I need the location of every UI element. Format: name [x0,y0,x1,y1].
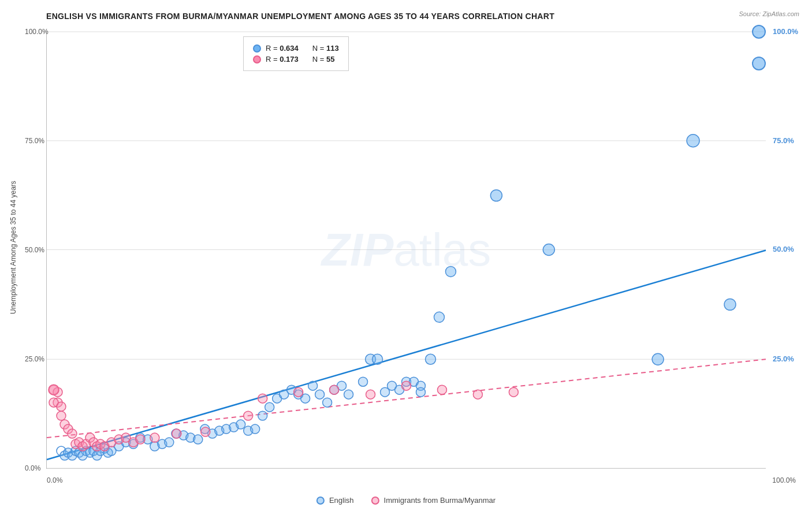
svg-point-103 [402,381,411,390]
svg-point-77 [57,411,66,420]
svg-point-70 [652,353,664,365]
svg-point-54 [344,390,353,399]
bottom-english-label: English [329,496,354,505]
bottom-legend-immigrants: Immigrants from Burma/Myanmar [371,496,496,505]
svg-point-68 [490,190,502,201]
svg-point-50 [315,390,325,399]
chart-svg: 100.0% 75.0% 50.0% 25.0% [47,32,766,468]
svg-point-101 [330,385,339,394]
y-label-0: 0.0% [25,464,40,472]
source-text: Source: ZipAtlas.com [739,10,799,17]
y-axis-label: Unemployment Among Ages 35 to 44 years [9,187,17,314]
svg-point-74 [753,57,765,70]
chart-area: ZIPatlas R = 0.634 N = 113 R = 0.173 N =… [46,32,766,469]
svg-text:50.0%: 50.0% [773,245,794,253]
svg-point-100 [294,387,303,397]
chart-container: ENGLISH VS IMMIGRANTS FROM BURMA/MYANMAR… [0,0,812,515]
svg-point-110 [49,385,59,395]
chart-title: ENGLISH VS IMMIGRANTS FROM BURMA/MYANMAR… [46,12,800,21]
x-axis-label-0: 0.0% [47,476,62,484]
y-label-100: 100.0% [25,28,49,36]
svg-point-72 [724,298,736,310]
svg-point-96 [172,429,181,438]
svg-point-105 [473,390,482,399]
svg-point-39 [236,420,245,429]
legend-immigrants-r: R = 0.173 [266,55,299,64]
x-axis-label-100: 100.0% [772,476,796,484]
y-label-25: 25.0% [25,355,44,363]
svg-point-43 [265,402,274,412]
svg-point-69 [543,244,554,256]
svg-line-6 [47,359,766,438]
svg-point-97 [201,427,210,436]
legend-english-dot [253,44,261,53]
svg-point-94 [136,435,145,444]
y-label-50: 50.0% [25,246,44,254]
legend-english-n: N = 113 [312,44,339,53]
svg-point-106 [509,387,518,397]
svg-point-29 [165,438,174,447]
bottom-legend: English Immigrants from Burma/Myanmar [316,496,496,505]
svg-point-64 [416,387,425,397]
svg-point-65 [425,354,435,364]
svg-point-95 [150,433,159,442]
svg-point-57 [373,354,383,364]
svg-text:75.0%: 75.0% [773,136,794,145]
svg-point-80 [68,429,77,438]
y-label-75: 75.0% [25,137,44,145]
svg-point-49 [308,381,318,390]
legend-immigrants-dot [253,55,261,64]
svg-point-66 [434,312,444,322]
bottom-legend-english: English [316,496,354,505]
svg-point-42 [258,411,267,420]
svg-point-98 [244,411,253,420]
legend-english-row: R = 0.634 N = 113 [253,44,339,53]
svg-text:25.0%: 25.0% [773,354,794,363]
bottom-immigrants-dot [371,497,379,505]
svg-point-55 [359,377,368,386]
svg-point-73 [753,25,765,38]
svg-point-102 [366,390,375,399]
legend-box: R = 0.634 N = 113 R = 0.173 N = 55 [243,36,349,71]
legend-immigrants-row: R = 0.173 N = 55 [253,55,339,64]
bottom-english-dot [316,497,325,505]
bottom-immigrants-label: Immigrants from Burma/Myanmar [384,496,496,505]
svg-point-104 [437,385,446,394]
svg-point-71 [687,135,699,147]
legend-english-r: R = 0.634 [266,44,299,53]
svg-point-109 [57,402,66,411]
svg-point-67 [445,266,456,277]
svg-point-33 [193,435,203,444]
svg-point-51 [323,398,332,407]
svg-text:100.0%: 100.0% [773,27,798,36]
svg-point-41 [251,424,260,434]
legend-immigrants-n: N = 55 [312,55,335,64]
svg-point-99 [258,394,267,403]
